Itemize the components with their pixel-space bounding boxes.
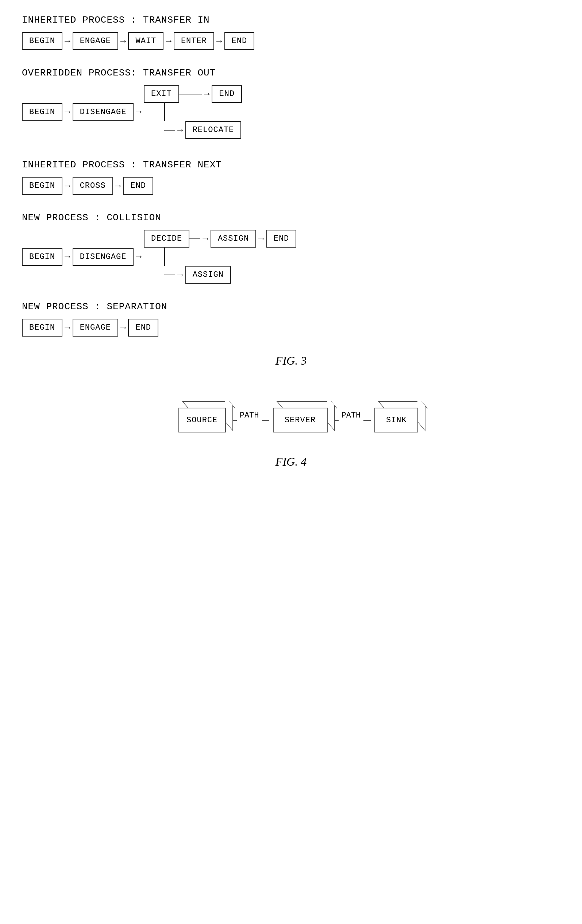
arrow-12 [203, 233, 208, 244]
node-end-4: END [266, 230, 297, 248]
arrow-5 [64, 106, 70, 117]
section-title-4: NEW PROCESS : COLLISION [22, 212, 560, 223]
box3d-source: SOURCE [179, 408, 226, 433]
node-end-5: END [128, 319, 159, 337]
section-inherited-transfer-in: INHERITED PROCESS : TRANSFER IN BEGIN EN… [22, 15, 560, 50]
fig4-label: FIG. 4 [22, 455, 560, 469]
node-assign-bottom-4: ASSIGN [185, 266, 231, 284]
box3d-sink: SINK [374, 408, 418, 433]
section-overridden-transfer-out: OVERRIDDEN PROCESS: TRANSFER OUT BEGIN D… [22, 68, 560, 142]
arrow-3 [166, 36, 172, 47]
node-begin-4: BEGIN [22, 248, 63, 266]
arrow-15 [121, 322, 126, 333]
node-relocate-2: RELOCATE [185, 121, 241, 139]
flow-row-1: BEGIN ENGAGE WAIT ENTER END [22, 32, 560, 50]
arrow-2 [121, 36, 126, 47]
section-title-1: INHERITED PROCESS : TRANSFER IN [22, 15, 560, 26]
path-connector-2: PATH [331, 416, 371, 425]
node-begin-2: BEGIN [22, 103, 63, 121]
path-connector-1: PATH [230, 416, 269, 425]
section-title-5: NEW PROCESS : SEPARATION [22, 301, 560, 312]
node-disengage-2: DISENGAGE [73, 103, 134, 121]
fig4-row: SOURCE PATH SERVER PATH [36, 408, 560, 433]
arrow-1 [64, 36, 70, 47]
source-label: SOURCE [187, 416, 217, 425]
node-end-1: END [225, 32, 255, 50]
node-assign-top-4: ASSIGN [210, 230, 256, 248]
node-begin-1: BEGIN [22, 32, 63, 50]
box3d-server: SERVER [273, 408, 328, 433]
node-begin-3: BEGIN [22, 177, 63, 195]
node-enter-1: ENTER [174, 32, 214, 50]
node-disengage-4: DISENGAGE [73, 248, 134, 266]
fig3-label: FIG. 3 [22, 354, 560, 368]
node-decide-4: DECIDE [144, 230, 189, 248]
arrow-assign-branch [177, 269, 183, 280]
node-engage-1: ENGAGE [73, 32, 118, 50]
section-fig4: SOURCE PATH SERVER PATH [22, 408, 560, 433]
arrow-11 [136, 251, 142, 262]
node-engage-5: ENGAGE [73, 319, 118, 337]
section-new-collision: NEW PROCESS : COLLISION BEGIN DISENGAGE … [22, 212, 560, 284]
flow-row-3: BEGIN CROSS END [22, 177, 560, 195]
path-label-1: PATH [240, 411, 259, 420]
arrow-6 [136, 106, 142, 117]
server-label: SERVER [284, 416, 316, 425]
node-begin-5: BEGIN [22, 319, 63, 337]
arrow-13 [258, 233, 264, 244]
flow-row-2-main: BEGIN DISENGAGE EXIT END [22, 85, 242, 139]
arrow-7 [204, 89, 210, 99]
flow-row-5: BEGIN ENGAGE END [22, 319, 560, 337]
arrow-9 [115, 180, 121, 191]
section-new-separation: NEW PROCESS : SEPARATION BEGIN ENGAGE EN… [22, 301, 560, 337]
arrow-8 [64, 180, 70, 191]
node-end-2: END [212, 85, 242, 103]
node-end-3: END [123, 177, 153, 195]
sink-label: SINK [386, 416, 407, 425]
path-label-2: PATH [342, 411, 361, 420]
arrow-4 [217, 36, 222, 47]
arrow-14 [64, 322, 70, 333]
arrow-relocate [177, 125, 183, 136]
arrow-10 [64, 251, 70, 262]
node-wait-1: WAIT [128, 32, 164, 50]
section-title-2: OVERRIDDEN PROCESS: TRANSFER OUT [22, 68, 560, 78]
section-title-3: INHERITED PROCESS : TRANSFER NEXT [22, 159, 560, 170]
section-inherited-transfer-next: INHERITED PROCESS : TRANSFER NEXT BEGIN … [22, 159, 560, 195]
node-exit-2: EXIT [144, 85, 179, 103]
node-cross-3: CROSS [73, 177, 113, 195]
